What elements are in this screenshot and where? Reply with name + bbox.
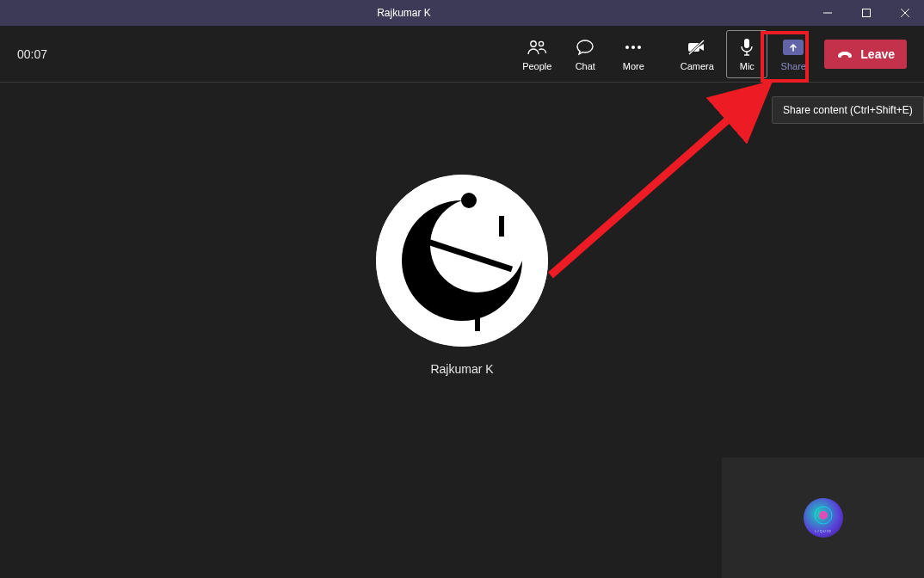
more-button[interactable]: More	[609, 30, 657, 78]
close-icon	[901, 9, 909, 17]
svg-point-4	[531, 40, 536, 46]
people-label: People	[522, 61, 551, 71]
window-title: Rajkumar K	[0, 7, 808, 19]
mic-button[interactable]: Mic	[726, 30, 767, 78]
share-label: Share	[781, 61, 806, 71]
more-icon	[624, 37, 643, 58]
window-controls	[808, 0, 924, 26]
participant-tile: Rajkumar K	[376, 175, 548, 376]
people-icon	[527, 37, 547, 58]
self-preview[interactable]: LIQUID	[722, 458, 924, 578]
camera-off-icon	[687, 37, 707, 58]
share-icon	[783, 37, 804, 58]
share-button[interactable]: Share	[773, 30, 814, 78]
avatar-icon	[376, 175, 548, 347]
camera-button[interactable]: Camera	[673, 30, 721, 78]
self-avatar: LIQUID	[804, 498, 843, 538]
leave-button[interactable]: Leave	[824, 40, 907, 69]
maximize-icon	[862, 9, 871, 17]
participant-avatar	[376, 175, 548, 347]
call-window: 00:07 People Chat More Camera	[0, 26, 924, 578]
maximize-button[interactable]	[847, 0, 885, 26]
camera-label: Camera	[681, 61, 714, 71]
share-tooltip: Share content (Ctrl+Shift+E)	[772, 96, 924, 124]
title-bar: Rajkumar K	[0, 0, 924, 26]
participant-name: Rajkumar K	[430, 362, 493, 376]
leave-label: Leave	[860, 47, 895, 61]
svg-point-8	[638, 46, 641, 49]
svg-line-16	[551, 90, 761, 275]
svg-point-24	[819, 511, 828, 520]
mic-icon	[740, 37, 754, 58]
chat-icon	[576, 37, 594, 58]
call-toolbar: 00:07 People Chat More Camera	[0, 26, 924, 83]
people-button[interactable]: People	[513, 30, 561, 78]
minimize-button[interactable]	[808, 0, 847, 26]
close-button[interactable]	[885, 0, 924, 26]
svg-text:LIQUID: LIQUID	[815, 529, 831, 533]
chat-button[interactable]: Chat	[561, 30, 609, 78]
call-timer: 00:07	[17, 47, 47, 61]
svg-rect-1	[862, 9, 870, 17]
svg-rect-12	[744, 39, 749, 48]
minimize-icon	[823, 9, 832, 17]
svg-point-6	[625, 46, 629, 49]
more-label: More	[623, 61, 644, 71]
svg-point-5	[539, 41, 544, 46]
annotation-arrow	[533, 77, 792, 284]
svg-point-7	[631, 46, 635, 49]
mic-label: Mic	[740, 61, 755, 71]
svg-point-18	[461, 193, 477, 208]
chat-label: Chat	[576, 61, 595, 71]
self-avatar-icon: LIQUID	[804, 498, 843, 538]
hangup-icon	[836, 49, 853, 59]
share-tooltip-text: Share content (Ctrl+Shift+E)	[783, 104, 913, 116]
